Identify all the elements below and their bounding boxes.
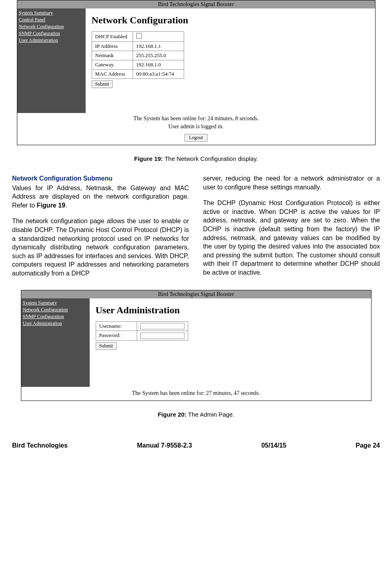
network-config-table: DHCP Enabled IP Address 192.168.1.1 Netm… bbox=[92, 31, 184, 79]
logout-button[interactable]: Logout bbox=[185, 134, 207, 142]
figure-20-caption: Figure 20: The Admin Page. bbox=[12, 411, 380, 418]
sidebar-item-network-configuration[interactable]: Network Configuration bbox=[23, 306, 88, 313]
page-title: Network Configuration bbox=[92, 15, 369, 26]
sidebar-item-control-panel[interactable]: Control Panel bbox=[19, 16, 84, 23]
username-input[interactable] bbox=[140, 323, 185, 329]
submit-button[interactable]: Submit bbox=[96, 342, 117, 350]
body-para-3: server, reducing the need for a network … bbox=[203, 174, 380, 191]
gateway-value[interactable]: 192.168.1.0 bbox=[133, 60, 184, 70]
body-para-2: The network configuration page allows th… bbox=[12, 217, 189, 277]
figure-19-screenshot: Bird Technologies Signal Booster System … bbox=[17, 0, 376, 145]
body-para-4: The DCHP (Dynamic Host Configuration Pro… bbox=[203, 199, 380, 277]
user-admin-table: Username: Password: bbox=[96, 321, 188, 341]
footer-page: Page 24 bbox=[356, 442, 380, 449]
sidebar-nav: System Summary Network Configuration SNM… bbox=[21, 298, 90, 387]
sidebar-item-user-administration[interactable]: User Administration bbox=[23, 320, 88, 327]
footer-manual: Manual 7-9558-2.3 bbox=[137, 442, 192, 449]
sidebar-item-network-configuration[interactable]: Network Configuration bbox=[19, 23, 84, 30]
figure-20-screenshot: Bird Technologies Signal Booster System … bbox=[21, 290, 371, 401]
sidebar-item-system-summary[interactable]: System Summary bbox=[23, 300, 88, 306]
footer-date: 05/14/15 bbox=[261, 442, 286, 449]
row-label-ip: IP Address bbox=[92, 42, 133, 51]
row-label-mac: MAC Address bbox=[92, 70, 133, 79]
body-para-1: Values for IP Address, Netmask, the Gate… bbox=[12, 184, 189, 210]
right-column: server, reducing the need for a network … bbox=[203, 174, 380, 278]
row-label-dhcp: DHCP Enabled bbox=[92, 32, 133, 42]
main-panel: Network Configuration DHCP Enabled IP Ad… bbox=[86, 8, 375, 113]
app-titlebar: Bird Technologies Signal Booster bbox=[17, 0, 375, 8]
page-title: User Administration bbox=[96, 305, 365, 316]
ip-address-value[interactable]: 192.168.1.1 bbox=[133, 42, 184, 51]
status-user: User admin is logged in. bbox=[17, 123, 375, 132]
main-panel: User Administration Username: Password: … bbox=[90, 298, 371, 387]
status-uptime: The System has been online for: 27 minut… bbox=[21, 387, 371, 401]
row-label-password: Password: bbox=[96, 331, 137, 341]
status-uptime: The System has been online for: 24 minut… bbox=[17, 113, 375, 123]
page-footer: Bird Technologies Manual 7-9558-2.3 05/1… bbox=[12, 442, 380, 449]
figure-19-caption: Figure 19: The Network Configuration dis… bbox=[12, 155, 380, 162]
row-label-netmask: Netmask bbox=[92, 51, 133, 60]
row-label-gateway: Gateway bbox=[92, 60, 133, 70]
mac-address-value: 00:80:a3:a1:54:74 bbox=[133, 70, 184, 79]
left-column: Network Configuration Submenu Values for… bbox=[12, 174, 189, 278]
password-input[interactable] bbox=[140, 333, 185, 339]
row-label-username: Username: bbox=[96, 321, 137, 331]
dhcp-checkbox[interactable] bbox=[136, 33, 142, 39]
section-heading: Network Configuration Submenu bbox=[12, 174, 189, 183]
footer-company: Bird Technologies bbox=[12, 442, 68, 449]
sidebar-item-system-summary[interactable]: System Summary bbox=[19, 10, 84, 16]
app-titlebar: Bird Technologies Signal Booster bbox=[21, 290, 371, 298]
sidebar-item-snmp-configuration[interactable]: SNMP Configuration bbox=[23, 313, 88, 320]
submit-button[interactable]: Submit bbox=[92, 80, 113, 88]
body-columns: Network Configuration Submenu Values for… bbox=[12, 174, 380, 278]
sidebar-nav: System Summary Control Panel Network Con… bbox=[17, 8, 86, 113]
sidebar-item-user-administration[interactable]: User Administration bbox=[19, 37, 84, 44]
sidebar-item-snmp-configuration[interactable]: SNMP Configuration bbox=[19, 30, 84, 37]
netmask-value[interactable]: 255.255.255.0 bbox=[133, 51, 184, 60]
